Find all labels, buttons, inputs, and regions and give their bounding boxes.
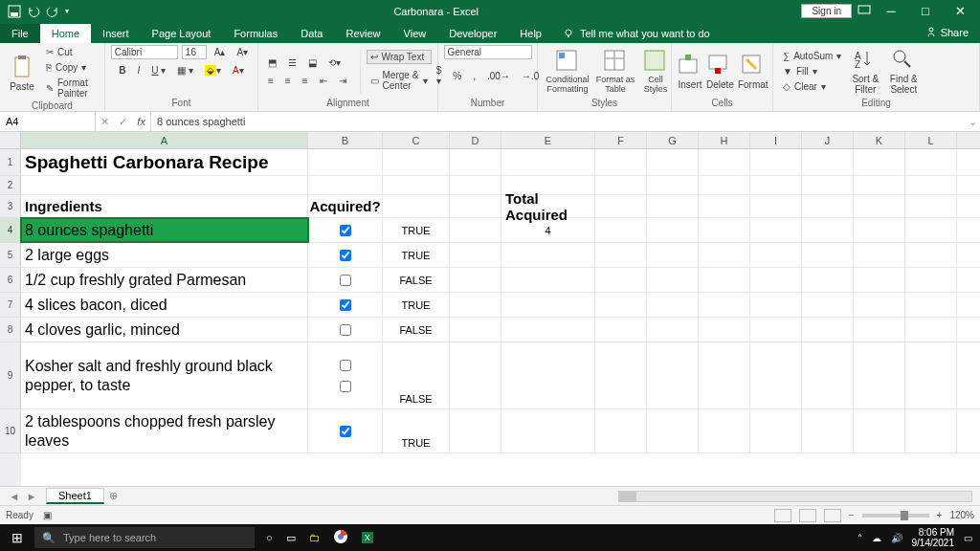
row-header-2[interactable]: 2: [0, 176, 21, 195]
normal-view-button[interactable]: [774, 509, 791, 522]
row-header-6[interactable]: 6: [0, 268, 21, 293]
col-header-D[interactable]: D: [450, 132, 501, 148]
conditional-formatting-button[interactable]: Conditional Formatting: [544, 49, 591, 94]
notifications-icon[interactable]: ▭: [964, 533, 972, 543]
cell[interactable]: [450, 149, 501, 175]
signin-button[interactable]: Sign in: [801, 4, 852, 18]
cell[interactable]: [450, 218, 501, 242]
checkbox-B10[interactable]: [340, 426, 351, 437]
cell[interactable]: [595, 243, 647, 267]
cell[interactable]: [308, 149, 383, 175]
undo-icon[interactable]: [27, 5, 40, 18]
align-center-button[interactable]: ≡: [281, 74, 295, 88]
number-format-select[interactable]: General: [444, 45, 532, 59]
cell-C9[interactable]: FALSE: [383, 342, 450, 408]
next-sheet-icon[interactable]: ►: [27, 491, 37, 502]
cell-A9[interactable]: Kosher salt and freshly ground black pep…: [21, 342, 308, 408]
tab-home[interactable]: Home: [40, 24, 91, 43]
cell[interactable]: [750, 293, 802, 317]
enter-formula-icon[interactable]: ✓: [119, 116, 127, 128]
share-button[interactable]: Share: [914, 22, 980, 43]
cell[interactable]: [854, 409, 905, 452]
row-header-10[interactable]: 10: [0, 409, 21, 453]
percent-button[interactable]: %: [449, 69, 465, 83]
cell-B8[interactable]: [308, 318, 383, 342]
cell-B5[interactable]: [308, 243, 383, 267]
row-header-7[interactable]: 7: [0, 293, 21, 318]
find-select-button[interactable]: Find & Select: [885, 48, 922, 95]
cell-A10[interactable]: 2 tablespoons chopped fresh parsley leav…: [21, 409, 308, 452]
cell[interactable]: [854, 318, 905, 342]
checkbox-B6[interactable]: [340, 275, 351, 286]
cell[interactable]: [750, 409, 802, 452]
cell[interactable]: [595, 268, 647, 292]
cell[interactable]: [905, 409, 957, 452]
col-header-A[interactable]: A: [21, 132, 308, 148]
cell[interactable]: [854, 176, 905, 194]
cell-A5[interactable]: 2 large eggs: [21, 243, 308, 267]
cell[interactable]: [501, 149, 595, 175]
col-header-G[interactable]: G: [647, 132, 699, 148]
zoom-level[interactable]: 120%: [949, 510, 974, 520]
clock[interactable]: 8:06 PM 9/14/2021: [912, 527, 955, 548]
cell[interactable]: [854, 195, 905, 217]
clear-button[interactable]: ◇Clear ▾: [779, 79, 845, 94]
redo-icon[interactable]: [46, 5, 59, 18]
onedrive-icon[interactable]: ☁: [872, 533, 881, 543]
cell[interactable]: [647, 342, 699, 408]
sheet-tab[interactable]: Sheet1: [46, 488, 104, 504]
font-size-select[interactable]: 16: [182, 45, 207, 59]
volume-icon[interactable]: 🔊: [891, 533, 902, 543]
font-color-button[interactable]: A▾: [229, 63, 248, 77]
cell[interactable]: [699, 318, 750, 342]
currency-button[interactable]: $ ▾: [433, 63, 446, 88]
ribbon-display-icon[interactable]: [858, 5, 871, 18]
col-header-F[interactable]: F: [595, 132, 647, 148]
cell-A7[interactable]: 4 slices bacon, diced: [21, 293, 308, 317]
tab-developer[interactable]: Developer: [437, 24, 508, 43]
cell[interactable]: [802, 243, 854, 267]
cell[interactable]: [450, 268, 501, 292]
tab-insert[interactable]: Insert: [91, 24, 141, 43]
tab-file[interactable]: File: [0, 24, 40, 43]
cell-A3[interactable]: Ingredients: [21, 195, 308, 217]
tab-view[interactable]: View: [392, 24, 438, 43]
bold-button[interactable]: B: [115, 63, 129, 77]
col-header-I[interactable]: I: [750, 132, 802, 148]
align-top-button[interactable]: ⬒: [264, 55, 280, 70]
horizontal-scrollbar[interactable]: [618, 491, 972, 502]
cell-A6[interactable]: 1/2 cup freshly grated Parmesan: [21, 268, 308, 292]
cell[interactable]: [802, 409, 854, 452]
cell[interactable]: [854, 149, 905, 175]
save-icon[interactable]: [8, 5, 21, 18]
cell[interactable]: [699, 243, 750, 267]
cell[interactable]: [308, 176, 383, 194]
cell[interactable]: [802, 293, 854, 317]
insert-function-icon[interactable]: fx: [137, 116, 145, 127]
cell[interactable]: [699, 149, 750, 175]
format-painter-button[interactable]: ✎Format Painter: [42, 76, 99, 100]
format-as-table-button[interactable]: Format as Table: [595, 49, 635, 94]
underline-button[interactable]: U ▾: [147, 63, 169, 77]
cut-button[interactable]: ✂Cut: [42, 45, 99, 59]
cell-B7[interactable]: [308, 293, 383, 317]
cell[interactable]: [595, 318, 647, 342]
tell-me-search[interactable]: Tell me what you want to do: [553, 24, 720, 43]
checkbox-B5[interactable]: [340, 250, 351, 261]
chrome-icon[interactable]: [333, 529, 348, 546]
cell[interactable]: [647, 318, 699, 342]
cell[interactable]: [699, 268, 750, 292]
cell[interactable]: [905, 195, 957, 217]
cell[interactable]: [905, 243, 957, 267]
cell[interactable]: [750, 176, 802, 194]
copy-button[interactable]: ⎘Copy ▾: [42, 60, 99, 75]
maximize-button[interactable]: □: [911, 4, 940, 18]
cell[interactable]: [699, 176, 750, 194]
cell-C7[interactable]: TRUE: [383, 293, 450, 317]
row-header-4[interactable]: 4: [0, 218, 21, 243]
format-cells-button[interactable]: Format: [738, 54, 768, 90]
cell[interactable]: [647, 268, 699, 292]
cell[interactable]: [647, 243, 699, 267]
tab-page-layout[interactable]: Page Layout: [141, 24, 223, 43]
cell[interactable]: [750, 268, 802, 292]
